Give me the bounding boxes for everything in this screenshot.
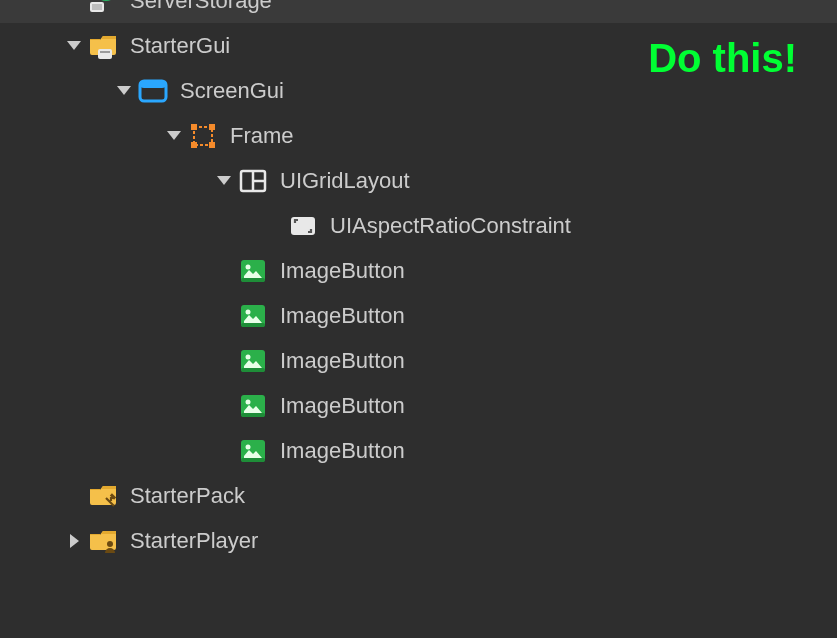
screengui-icon: [138, 76, 168, 106]
tree-item-label: ImageButton: [280, 438, 405, 464]
tree-item-uigridlayout[interactable]: UIGridLayout: [0, 158, 837, 203]
svg-rect-2: [92, 4, 102, 10]
svg-point-26: [246, 399, 251, 404]
tree-item-imagebutton[interactable]: ImageButton: [0, 428, 837, 473]
tree-item-label: StarterPack: [130, 483, 245, 509]
tree-item-frame[interactable]: Frame: [0, 113, 837, 158]
svg-rect-6: [140, 81, 166, 88]
expand-arrow[interactable]: [160, 131, 188, 140]
svg-rect-3: [98, 49, 112, 59]
tree-item-label: ImageButton: [280, 348, 405, 374]
tree-item-label: UIGridLayout: [280, 168, 410, 194]
svg-rect-24: [241, 368, 265, 372]
tree-item-uiaspectratioconstraint[interactable]: UIAspectRatioConstraint: [0, 203, 837, 248]
expand-arrow[interactable]: [210, 176, 238, 185]
tree-item-label: Frame: [230, 123, 294, 149]
expand-arrow[interactable]: [110, 86, 138, 95]
starterpack-icon: [88, 481, 118, 511]
tree-item-label: UIAspectRatioConstraint: [330, 213, 571, 239]
uiaspectratio-icon: [288, 211, 318, 241]
svg-point-32: [107, 541, 113, 547]
svg-rect-27: [241, 413, 265, 417]
tree-item-label: ScreenGui: [180, 78, 284, 104]
svg-point-23: [246, 354, 251, 359]
tree-item-serverstorage[interactable]: ServerStorage: [0, 0, 837, 23]
svg-rect-18: [241, 278, 265, 282]
imagebutton-icon: [238, 436, 268, 466]
svg-point-17: [246, 264, 251, 269]
svg-rect-10: [191, 142, 197, 148]
tree-item-label: StarterGui: [130, 33, 230, 59]
tree-item-label: ImageButton: [280, 258, 405, 284]
svg-rect-8: [191, 124, 197, 130]
tree-item-imagebutton[interactable]: ImageButton: [0, 383, 837, 428]
tree-item-imagebutton[interactable]: ImageButton: [0, 248, 837, 293]
svg-rect-4: [100, 51, 110, 53]
tree-item-screengui[interactable]: ScreenGui: [0, 68, 837, 113]
frame-icon: [188, 121, 218, 151]
tree-item-label: StarterPlayer: [130, 528, 258, 554]
svg-point-29: [246, 444, 251, 449]
svg-rect-9: [209, 124, 215, 130]
tree-item-imagebutton[interactable]: ImageButton: [0, 293, 837, 338]
uigridlayout-icon: [238, 166, 268, 196]
imagebutton-icon: [238, 391, 268, 421]
tree-item-starterpack[interactable]: StarterPack: [0, 473, 837, 518]
svg-rect-21: [241, 323, 265, 327]
svg-point-20: [246, 309, 251, 314]
serverstorage-icon: [88, 0, 118, 16]
folder-gui-icon: [88, 31, 118, 61]
tree-item-label: ImageButton: [280, 303, 405, 329]
tree-item-imagebutton[interactable]: ImageButton: [0, 338, 837, 383]
starterplayer-icon: [88, 526, 118, 556]
imagebutton-icon: [238, 301, 268, 331]
svg-rect-11: [209, 142, 215, 148]
tree-item-startergui[interactable]: StarterGui: [0, 23, 837, 68]
tree-item-label: ImageButton: [280, 393, 405, 419]
expand-arrow[interactable]: [60, 41, 88, 50]
tree-item-label: ServerStorage: [130, 0, 272, 14]
explorer-tree: ServerStorage StarterGui ScreenGui: [0, 0, 837, 563]
svg-rect-30: [241, 458, 265, 462]
imagebutton-icon: [238, 346, 268, 376]
expand-arrow[interactable]: [60, 534, 88, 548]
tree-item-starterplayer[interactable]: StarterPlayer: [0, 518, 837, 563]
imagebutton-icon: [238, 256, 268, 286]
